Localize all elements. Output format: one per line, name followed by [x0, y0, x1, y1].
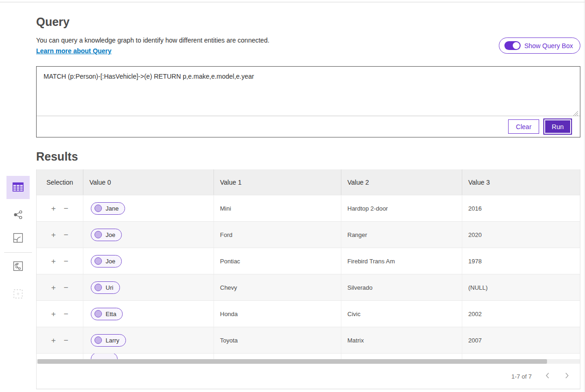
entity-pill[interactable]: Jane — [91, 202, 125, 215]
entity-label: Jane — [106, 205, 119, 212]
cell-model: Firebird Trans Am — [341, 248, 462, 274]
previous-page-button[interactable] — [544, 372, 551, 381]
view-sidebar — [0, 176, 36, 306]
cell-model: Silverado — [341, 274, 462, 300]
page-description: You can query a knowledge graph to ident… — [36, 37, 270, 44]
cell-year: 1978 — [462, 248, 580, 274]
entity-pill[interactable]: Etta — [91, 308, 123, 320]
table-header-row: Selection Value 0 Value 1 Value 2 Value … — [37, 169, 580, 195]
entity-icon — [94, 310, 102, 317]
cell-model: Ranger — [341, 222, 462, 248]
cell-make: Chevy — [214, 274, 341, 300]
remove-selection-button[interactable]: − — [62, 231, 70, 239]
remove-selection-button[interactable]: − — [62, 336, 70, 344]
entity-label: Etta — [106, 311, 116, 317]
horizontal-scrollbar-track[interactable] — [37, 359, 580, 364]
link-chart-icon — [13, 209, 24, 222]
cell-year: 2016 — [462, 195, 580, 221]
entity-pill[interactable]: Larry — [91, 334, 126, 347]
sidebar-item-table-view[interactable] — [6, 176, 30, 199]
next-page-button[interactable] — [563, 372, 571, 381]
entity-icon — [94, 205, 102, 212]
column-header-value3: Value 3 — [462, 169, 580, 195]
toggle-label: Show Query Box — [524, 42, 573, 50]
sidebar-item-new-view — [6, 283, 30, 306]
entity-pill[interactable]: Joe — [91, 255, 122, 268]
sidebar-divider — [4, 252, 32, 253]
column-header-value1: Value 1 — [214, 169, 341, 195]
entity-icon — [94, 231, 102, 238]
table-row: + − Joe Pontiac Firebird Trans Am 1978 — [37, 248, 580, 274]
table-row-partial — [37, 353, 580, 359]
cell-year: 2002 — [462, 301, 580, 327]
top-divider — [0, 2, 585, 2]
column-header-selection: Selection — [37, 169, 83, 195]
cell-year: (NULL) — [462, 274, 580, 300]
results-footer: 1-7 of 7 — [37, 364, 580, 389]
remove-selection-button[interactable]: − — [62, 284, 70, 292]
add-selection-button[interactable]: + — [50, 231, 58, 239]
table-row: + − Uri Chevy Silverado (NULL) — [37, 274, 580, 300]
add-selection-button[interactable]: + — [50, 310, 58, 318]
remove-selection-button[interactable]: − — [62, 310, 70, 318]
cell-make: Pontiac — [214, 248, 341, 274]
column-header-value2: Value 2 — [341, 169, 462, 195]
query-page: Query You can query a knowledge graph to… — [0, 0, 585, 392]
query-box-footer: Clear Run — [37, 116, 580, 137]
sidebar-item-map-link-chart-view[interactable] — [6, 255, 30, 278]
show-query-box-toggle[interactable]: Show Query Box — [499, 37, 580, 54]
results-table-card: Selection Value 0 Value 1 Value 2 Value … — [36, 169, 580, 389]
table-row: + − Jane Mini Hardtop 2-door 2016 — [37, 195, 580, 221]
entity-icon — [94, 257, 102, 265]
cell-model: Hardtop 2-door — [341, 195, 462, 221]
run-button[interactable]: Run — [545, 120, 570, 133]
sidebar-item-link-chart-view[interactable] — [6, 204, 30, 227]
sidebar-item-map-view[interactable] — [6, 227, 30, 250]
cell-make: Toyota — [214, 327, 341, 353]
cell-make: Mini — [214, 195, 341, 221]
cell-model: Civic — [341, 301, 462, 327]
cell-make: Honda — [214, 301, 341, 327]
entity-label: Joe — [106, 258, 115, 265]
entity-pill[interactable]: Uri — [91, 281, 120, 294]
chevron-left-icon — [546, 373, 549, 380]
table-row: + − Etta Honda Civic 2002 — [37, 300, 580, 327]
map-view-icon — [13, 232, 24, 245]
right-edge-divider — [584, 0, 585, 392]
add-selection-button[interactable]: + — [50, 336, 58, 344]
pagination-range-label: 1-7 of 7 — [511, 373, 532, 380]
resize-handle-icon[interactable] — [573, 110, 579, 115]
cell-year: 2020 — [462, 222, 580, 248]
entity-pill[interactable]: Joe — [91, 229, 122, 241]
add-selection-button[interactable]: + — [50, 284, 58, 292]
toggle-knob — [513, 42, 520, 49]
remove-selection-button[interactable]: − — [62, 205, 70, 212]
toggle-switch-icon[interactable] — [504, 41, 521, 50]
column-header-value0: Value 0 — [83, 169, 214, 195]
query-input[interactable]: MATCH (p:Person)-[:HasVehicle]->(e) RETU… — [37, 67, 580, 116]
table-row: + − Larry Toyota Matrix 2007 — [37, 327, 580, 353]
run-button-focus-ring: Run — [543, 118, 572, 135]
add-selection-button[interactable]: + — [50, 205, 58, 212]
table-row: + − Joe Ford Ranger 2020 — [37, 221, 580, 248]
remove-selection-button[interactable]: − — [62, 257, 70, 265]
query-box: MATCH (p:Person)-[:HasVehicle]->(e) RETU… — [36, 66, 580, 137]
cell-model: Matrix — [341, 327, 462, 353]
entity-label: Larry — [106, 337, 120, 344]
table-view-icon — [12, 181, 24, 194]
cell-make: Ford — [214, 222, 341, 248]
entity-icon — [94, 336, 102, 344]
map-link-chart-icon — [13, 261, 24, 273]
cell-year: 2007 — [462, 327, 580, 353]
add-selection-button[interactable]: + — [50, 257, 58, 265]
horizontal-scrollbar-thumb[interactable] — [38, 359, 547, 364]
entity-label: Joe — [106, 231, 115, 238]
results-title: Results — [36, 150, 78, 163]
entity-label: Uri — [106, 284, 113, 291]
entity-pill[interactable] — [91, 353, 118, 359]
clear-button[interactable]: Clear — [508, 119, 539, 134]
learn-more-link[interactable]: Learn more about Query — [36, 47, 112, 55]
page-title: Query — [36, 15, 69, 29]
new-view-disabled-icon — [13, 288, 24, 301]
chevron-right-icon — [565, 373, 569, 380]
